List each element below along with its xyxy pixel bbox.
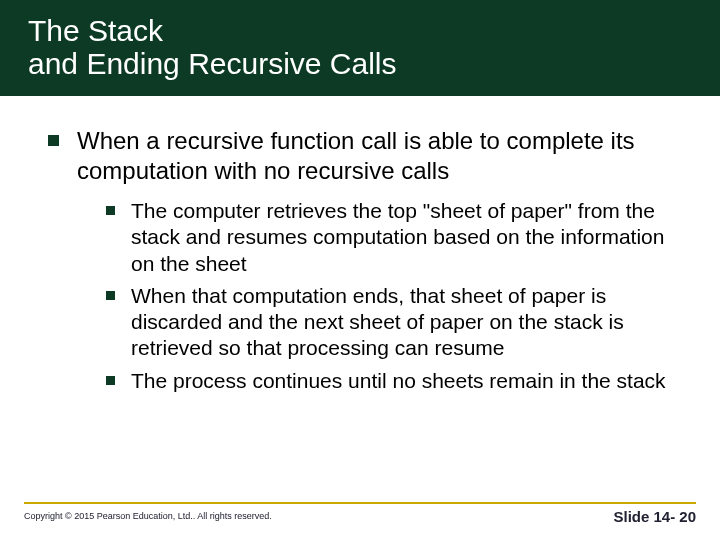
title-line2: and Ending Recursive Calls (28, 47, 692, 80)
bullet-lvl2-text: When that computation ends, that sheet o… (131, 283, 680, 362)
bullet-lvl1-text: When a recursive function call is able t… (77, 126, 680, 186)
square-bullet-icon (106, 376, 115, 385)
bullet-lvl2-text: The process continues until no sheets re… (131, 368, 666, 394)
square-bullet-icon (106, 206, 115, 215)
slide-number: Slide 14- 20 (613, 508, 696, 525)
lvl2-list: The computer retrieves the top "sheet of… (106, 198, 680, 394)
bullet-lvl1: When a recursive function call is able t… (48, 126, 680, 186)
slide: The Stack and Ending Recursive Calls Whe… (0, 0, 720, 540)
title-line1: The Stack (28, 14, 692, 47)
bullet-lvl2: The computer retrieves the top "sheet of… (106, 198, 680, 277)
footer-rule (24, 502, 696, 504)
content: When a recursive function call is able t… (0, 96, 720, 500)
title-bar: The Stack and Ending Recursive Calls (0, 0, 720, 96)
square-bullet-icon (48, 135, 59, 146)
copyright: Copyright © 2015 Pearson Education, Ltd.… (24, 511, 272, 521)
bullet-lvl2: The process continues until no sheets re… (106, 368, 680, 394)
footer: Copyright © 2015 Pearson Education, Ltd.… (0, 500, 720, 540)
square-bullet-icon (106, 291, 115, 300)
bullet-lvl2-text: The computer retrieves the top "sheet of… (131, 198, 680, 277)
bullet-lvl2: When that computation ends, that sheet o… (106, 283, 680, 362)
